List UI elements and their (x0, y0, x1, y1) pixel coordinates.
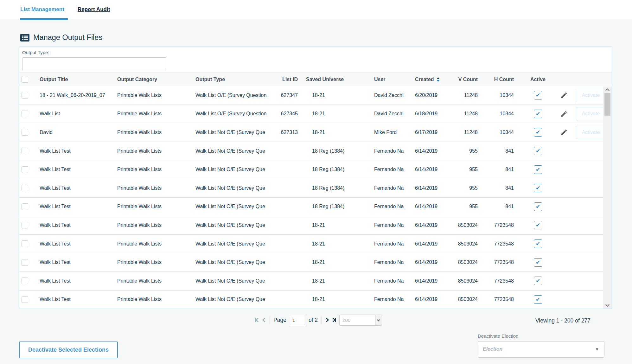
h-count-cell: 7723548 (478, 222, 514, 228)
row-checkbox[interactable] (22, 185, 28, 191)
active-checkbox[interactable]: ✔ (534, 165, 542, 174)
saved-universe-cell: 18-21 (298, 259, 374, 265)
v-count-cell: 955 (450, 148, 478, 154)
edit-pencil-icon[interactable] (560, 92, 568, 99)
h-count-cell: 7723548 (478, 241, 514, 247)
h-count-cell: 10344 (478, 111, 514, 117)
output-category-cell: Printable Walk Lists (115, 130, 193, 135)
user-cell: Fernando Na (374, 297, 414, 302)
user-cell: Mike Ford (374, 130, 414, 135)
saved-universe-cell: 18-21 (298, 130, 374, 135)
page-size-select[interactable]: 200 (339, 315, 382, 326)
h-count-cell: 10344 (478, 93, 514, 98)
activate-button[interactable]: Activate (576, 89, 603, 102)
v-count-cell: 11248 (450, 111, 478, 117)
row-checkbox[interactable] (22, 92, 28, 99)
output-title-cell: Walk List Test (37, 259, 115, 265)
active-checkbox[interactable]: ✔ (534, 221, 542, 229)
active-checkbox[interactable]: ✔ (534, 147, 542, 155)
output-type-cell: Walk List Not O/E (Survey Que (193, 148, 276, 154)
h-count-cell: 7723548 (478, 278, 514, 284)
column-header-output-type: Output Type (193, 77, 276, 82)
table-row: Walk List Test Printable Walk Lists Walk… (19, 216, 603, 235)
row-checkbox[interactable] (22, 111, 28, 117)
tab-list-management[interactable]: List Management (20, 6, 64, 13)
caret-down-icon: ▼ (595, 347, 599, 352)
table-row: Walk List Test Printable Walk Lists Walk… (19, 291, 603, 309)
output-title-cell: David (37, 130, 115, 135)
active-checkbox[interactable]: ✔ (534, 128, 542, 137)
active-checkbox[interactable]: ✔ (534, 239, 542, 248)
activate-button[interactable]: Activate (576, 107, 603, 120)
row-checkbox[interactable] (22, 240, 28, 247)
created-cell: 6/14/2019 (414, 222, 450, 228)
table-row: Walk List Test Printable Walk Lists Walk… (19, 253, 603, 272)
row-checkbox[interactable] (22, 278, 28, 284)
last-page-button[interactable] (332, 318, 336, 322)
active-checkbox[interactable]: ✔ (534, 110, 542, 118)
saved-universe-cell: 18-21 (298, 297, 374, 302)
row-checkbox[interactable] (22, 166, 28, 173)
chevron-down-icon (377, 318, 380, 321)
first-page-button[interactable] (255, 318, 259, 322)
election-dropdown[interactable]: Election ▼ (478, 341, 604, 358)
scroll-up-icon[interactable] (605, 88, 610, 93)
v-count-cell: 11248 (450, 130, 478, 135)
select-all-checkbox[interactable] (22, 76, 28, 83)
active-checkbox[interactable]: ✔ (534, 258, 542, 267)
user-cell: Fernando Na (374, 167, 414, 172)
row-checkbox[interactable] (22, 222, 28, 228)
active-checkbox[interactable]: ✔ (534, 295, 542, 304)
column-header-created[interactable]: Created (414, 77, 450, 82)
user-cell: Fernando Na (374, 185, 414, 191)
saved-universe-cell: 18 Reg (1384) (298, 148, 374, 154)
page-size-value: 200 (342, 317, 350, 323)
user-cell: Fernando Na (374, 204, 414, 209)
scroll-down-icon[interactable] (605, 303, 610, 307)
table-row: 18 - 21 Walk_06-20-2019_07 Printable Wal… (19, 86, 603, 105)
output-type-input[interactable] (22, 57, 166, 70)
row-checkbox[interactable] (22, 259, 28, 266)
active-checkbox[interactable]: ✔ (534, 184, 542, 192)
table-header: Output Title Output Category Output Type… (19, 73, 612, 86)
edit-pencil-icon[interactable] (560, 129, 568, 136)
scrollbar-thumb[interactable] (604, 93, 610, 116)
v-count-cell: 8503024 (450, 278, 478, 284)
column-header-user: User (374, 77, 414, 82)
output-title-cell: Walk List Test (37, 241, 115, 247)
previous-page-button[interactable] (263, 318, 266, 322)
active-checkbox[interactable]: ✔ (534, 202, 542, 211)
saved-universe-cell: 18 Reg (1384) (298, 204, 374, 209)
user-cell: Fernando Na (374, 259, 414, 265)
column-header-output-title: Output Title (37, 77, 115, 82)
output-title-cell: Walk List Test (37, 297, 115, 302)
deactivate-selected-button[interactable]: Deactivate Selected Elections (19, 342, 118, 358)
saved-universe-cell: 18-21 (298, 222, 374, 228)
vertical-scrollbar[interactable] (603, 86, 612, 309)
output-category-cell: Printable Walk Lists (115, 241, 193, 247)
active-checkbox[interactable]: ✔ (534, 91, 542, 99)
row-checkbox[interactable] (22, 129, 28, 136)
output-type-cell: Walk List Not O/E (Survey Que (193, 297, 276, 302)
next-page-button[interactable] (325, 318, 328, 322)
page-number-input[interactable] (290, 315, 305, 325)
column-header-h-count: H Count (478, 77, 514, 82)
v-count-cell: 955 (450, 204, 478, 209)
pager-divider (321, 316, 322, 324)
row-checkbox[interactable] (22, 203, 28, 210)
page-title-text: Manage Output Files (33, 33, 102, 42)
tab-report-audit[interactable]: Report Audit (78, 6, 110, 13)
page-label: Page (273, 317, 286, 323)
column-header-list-id: List ID (276, 77, 298, 82)
output-type-cell: Walk List Not O/E (Survey Que (193, 204, 276, 209)
v-count-cell: 8503024 (450, 297, 478, 302)
activate-button[interactable]: Activate (576, 126, 603, 139)
user-cell: David Zecchi (374, 93, 414, 98)
output-category-cell: Printable Walk Lists (115, 93, 193, 98)
h-count-cell: 10344 (478, 130, 514, 135)
output-type-cell: Walk List Not O/E (Survey Que (193, 222, 276, 228)
row-checkbox[interactable] (22, 296, 28, 303)
row-checkbox[interactable] (22, 148, 28, 154)
edit-pencil-icon[interactable] (560, 110, 568, 118)
active-checkbox[interactable]: ✔ (534, 277, 542, 285)
